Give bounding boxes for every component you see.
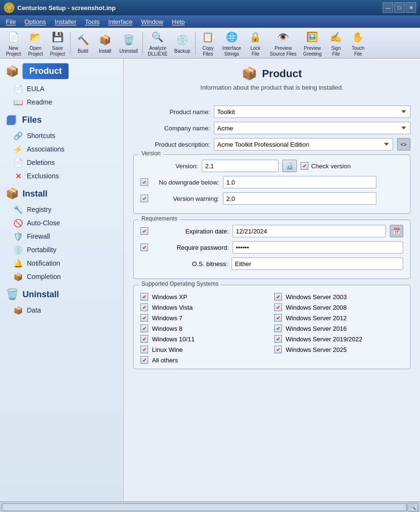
build-button[interactable]: 🔨 Build	[72, 30, 93, 56]
preview-greeting-button[interactable]: 🖼️ PreviewGreeting	[300, 27, 324, 59]
build-label: Build	[78, 48, 88, 54]
os-label-win-server-2025: Windows Server 2025	[286, 346, 347, 353]
sidebar-item-auto-close[interactable]: 🚫 Auto-Close	[0, 216, 123, 230]
auto-close-label: Auto-Close	[27, 219, 60, 227]
menu-file[interactable]: File	[2, 17, 20, 26]
no-downgrade-checkbox[interactable]	[140, 178, 148, 186]
sidebar-item-notification[interactable]: 🔔 Notification	[0, 256, 123, 270]
os-label-win-server-2008: Windows Server 2008	[286, 304, 347, 311]
copy-files-icon: 📋	[200, 29, 216, 45]
sidebar-item-associations[interactable]: ⚡ Associations	[0, 142, 123, 156]
status-bar: 🔍	[0, 501, 420, 512]
sidebar-item-registry[interactable]: 🔧 Registry	[0, 203, 123, 216]
new-project-button[interactable]: 📄 NewProject	[3, 27, 24, 59]
title-bar-left: ⚔️ Centurion Setup - screenshot.inp	[4, 2, 116, 13]
company-name-select[interactable]: Acme	[214, 122, 410, 134]
lock-file-label: LockFile	[250, 46, 260, 57]
uninstall-section-label: Uninstall	[23, 290, 59, 300]
code-editor-button[interactable]: <>	[397, 138, 410, 151]
os-checkbox-win-vista[interactable]	[140, 303, 148, 311]
sidebar-section-uninstall: 🗑️ Uninstall	[0, 283, 123, 303]
os-checkbox-win-7[interactable]	[140, 314, 148, 322]
minimize-button[interactable]: —	[383, 2, 393, 13]
sidebar-item-data[interactable]: 📦 Data	[0, 303, 123, 317]
shortcuts-label: Shortcuts	[27, 132, 55, 140]
sidebar-item-product[interactable]: Product	[23, 63, 69, 79]
portability-label: Portability	[27, 246, 56, 254]
close-button[interactable]: ✕	[406, 2, 416, 13]
analyze-dll-button[interactable]: 🔍 AnalyzeDLL/EXE	[145, 27, 170, 59]
version-group-title: Version	[139, 150, 163, 157]
install-button[interactable]: 📦 Install	[94, 30, 116, 56]
title-bar-controls[interactable]: — □ ✕	[383, 2, 416, 13]
product-name-select[interactable]: Toolkit	[214, 105, 410, 118]
preview-source-button[interactable]: 👁️ PreviewSource Files	[267, 27, 300, 59]
product-name-row: Product name: Toolkit	[133, 105, 410, 118]
version-input[interactable]	[202, 160, 279, 172]
version-browse-button[interactable]: 🔬	[282, 160, 297, 172]
sidebar-item-shortcuts[interactable]: 🔗 Shortcuts	[0, 129, 123, 142]
uninstall-button[interactable]: 🗑️ Uninstall	[117, 30, 140, 56]
backup-button[interactable]: 💿 Backup	[172, 30, 193, 56]
sidebar-item-readme[interactable]: 📖 Readme	[0, 95, 123, 109]
require-password-checkbox[interactable]	[140, 244, 148, 251]
no-downgrade-input[interactable]	[223, 176, 376, 188]
lock-file-button[interactable]: 🔒 LockFile	[245, 27, 266, 59]
product-desc-select[interactable]: Acme Toolkit Professional Edition	[214, 138, 393, 151]
interface-strings-button[interactable]: 🌐 InterfaceStrings	[220, 27, 244, 59]
touch-file-button[interactable]: ✋ TouchFile	[348, 27, 369, 59]
exclusions-icon: ✕	[13, 171, 23, 181]
check-version-checkbox[interactable]	[301, 162, 308, 170]
sidebar-item-completion[interactable]: 📦 Completion	[0, 270, 123, 283]
version-warning-input[interactable]	[223, 192, 376, 205]
expiration-date-row: Expiration date: 📅	[140, 225, 403, 237]
sidebar-item-eula[interactable]: 📄 EULA	[0, 82, 123, 95]
menu-installer[interactable]: Installer	[51, 17, 81, 26]
backup-icon: 💿	[175, 32, 190, 47]
shortcuts-icon: 🔗	[13, 131, 23, 140]
sidebar-item-deletions[interactable]: 📄 Deletions	[0, 156, 123, 169]
os-checkbox-win-server-2019-2022[interactable]	[274, 335, 282, 343]
os-checkbox-win-server-2016[interactable]	[274, 325, 282, 332]
expiration-date-checkbox[interactable]	[140, 227, 148, 235]
calendar-button[interactable]: 📅	[390, 225, 403, 237]
open-project-icon: 📂	[28, 29, 43, 45]
menu-help[interactable]: Help	[168, 17, 189, 26]
os-checkbox-win-server-2025[interactable]	[274, 346, 282, 353]
portability-icon: 💿	[13, 245, 23, 255]
sidebar-item-exclusions[interactable]: ✕ Exclusions	[0, 169, 123, 183]
os-checkbox-all-others[interactable]	[140, 356, 148, 364]
os-checkbox-linux-wine[interactable]	[140, 346, 148, 353]
menu-tools[interactable]: Tools	[81, 17, 103, 26]
os-checkbox-win-8[interactable]	[140, 325, 148, 332]
menu-interface[interactable]: Interface	[105, 17, 137, 26]
analyze-dll-icon: 🔍	[150, 29, 165, 45]
sidebar-item-firewall[interactable]: 🛡️ Firewall	[0, 230, 123, 243]
os-checkbox-win-server-2003[interactable]	[274, 293, 282, 301]
menu-options[interactable]: Options	[21, 17, 50, 26]
copy-files-button[interactable]: 📋 CopyFiles	[198, 27, 219, 59]
os-checkbox-win-server-2012[interactable]	[274, 314, 282, 322]
os-checkbox-win-server-2008[interactable]	[274, 303, 282, 311]
os-checkbox-win-xp[interactable]	[140, 293, 148, 301]
sidebar-section-product: 📦 Product	[0, 58, 123, 82]
sidebar-section-files: Files	[0, 109, 123, 129]
require-password-input[interactable]	[233, 241, 403, 254]
open-project-button[interactable]: 📂 OpenProject	[25, 27, 46, 59]
maximize-button[interactable]: □	[394, 2, 405, 13]
check-version-label: Check version	[301, 162, 350, 170]
save-project-button[interactable]: 💾 SaveProject	[47, 27, 68, 59]
sign-file-button[interactable]: ✍️ SignFile	[326, 27, 347, 59]
sidebar-item-portability[interactable]: 💿 Portability	[0, 243, 123, 256]
uninstall-label: Uninstall	[119, 48, 138, 54]
search-button[interactable]: 🔍	[408, 503, 418, 512]
sidebar-section-install: 📦 Install	[0, 183, 123, 203]
menu-window[interactable]: Window	[137, 17, 167, 26]
horizontal-scrollbar[interactable]	[2, 503, 407, 511]
version-warning-label: Version warning:	[152, 195, 219, 202]
expiration-date-input[interactable]	[233, 225, 386, 237]
version-warning-checkbox[interactable]	[140, 195, 148, 202]
version-warning-row: Version warning:	[140, 192, 403, 205]
os-checkbox-win-10-11[interactable]	[140, 335, 148, 343]
os-bitness-select[interactable]: Either 32-bit 64-bit	[232, 257, 403, 270]
